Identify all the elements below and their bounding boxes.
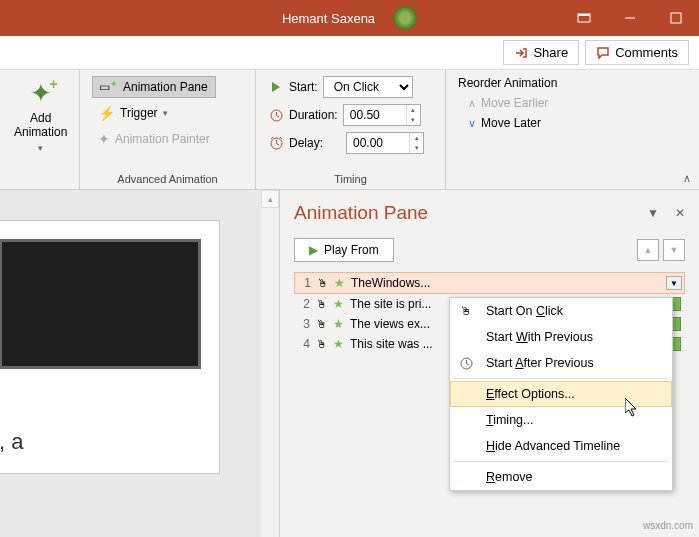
trigger-button[interactable]: ⚡ Trigger ▾ — [92, 102, 216, 124]
dropdown-arrow-icon: ▾ — [163, 108, 168, 118]
play-row: ▶ Play From ▲ ▼ — [280, 232, 699, 268]
context-start-with-previous[interactable]: Start With Previous — [450, 324, 672, 350]
add-animation-button[interactable]: ✦+ AddAnimation ▾ — [8, 74, 73, 187]
dropdown-arrow-icon: ▾ — [38, 143, 43, 153]
share-label: Share — [533, 45, 568, 60]
maximize-button[interactable] — [653, 0, 699, 36]
animation-painter-label: Animation Painter — [115, 132, 210, 146]
context-label: Hide Advanced Timeline — [486, 439, 620, 453]
context-label: Effect Options... — [486, 387, 575, 401]
mouse-icon: 🖱 — [317, 277, 328, 289]
titlebar-title: Hemant Saxena — [282, 11, 375, 26]
close-pane-button[interactable]: ✕ — [675, 206, 685, 220]
pane-icon: ▭✦ — [99, 80, 118, 94]
slide-scrollbar[interactable]: ▴ — [261, 190, 279, 537]
header-buttons: Share Comments — [0, 36, 699, 70]
context-hide-advanced-timeline[interactable]: Hide Advanced Timeline — [450, 433, 672, 459]
slide-area: ▴ , a — [0, 190, 279, 537]
watermark: wsxdn.com — [643, 520, 693, 531]
move-later-label: Move Later — [481, 116, 541, 130]
duration-input-wrap[interactable]: ▴▾ — [343, 104, 421, 126]
share-button[interactable]: Share — [503, 40, 579, 65]
mouse-icon: 🖱 — [316, 318, 327, 330]
pane-options-button[interactable]: ▼ — [647, 206, 659, 220]
slide-text: , a — [0, 429, 201, 455]
move-earlier-label: Move Earlier — [481, 96, 548, 110]
animation-pane-label: Animation Pane — [123, 80, 208, 94]
effect-star-icon: ★ — [333, 337, 344, 351]
start-label: Start: — [289, 80, 318, 94]
ribbon-group-timing: Start: On Click Duration: ▴▾ Delay: — [256, 70, 446, 189]
context-menu: 🖱 Start On Click Start With Previous Sta… — [449, 297, 673, 491]
lightning-icon: ⚡ — [98, 105, 115, 121]
slide-placeholder[interactable] — [0, 239, 201, 369]
clock-icon — [268, 107, 284, 123]
comments-button[interactable]: Comments — [585, 40, 689, 65]
titlebar: Hemant Saxena — [0, 0, 699, 36]
down-arrow-icon: ∨ — [468, 117, 476, 130]
mouse-icon: 🖱 — [458, 303, 474, 319]
animation-painter-button: ✦ Animation Painter — [92, 128, 216, 150]
minimize-button[interactable] — [607, 0, 653, 36]
effect-star-icon: ★ — [333, 317, 344, 331]
mouse-icon: 🖱 — [316, 298, 327, 310]
start-select[interactable]: On Click — [323, 76, 413, 98]
play-icon: ▶ — [309, 243, 318, 257]
animation-number: 2 — [298, 297, 310, 311]
move-earlier-button: ∧ Move Earlier — [458, 96, 557, 110]
divider — [454, 461, 668, 462]
move-up-button[interactable]: ▲ — [637, 239, 659, 261]
duration-input[interactable] — [344, 106, 406, 124]
animation-text: TheWindows... — [351, 276, 664, 290]
window-controls — [561, 0, 699, 36]
comments-label: Comments — [615, 45, 678, 60]
spinner-up[interactable]: ▴ — [409, 133, 423, 143]
ribbon: ✦+ AddAnimation ▾ ▭✦ Animation Pane ⚡ Tr… — [0, 70, 699, 190]
context-label: Start On Click — [486, 304, 563, 318]
animation-pane-header: Animation Pane ▼ ✕ — [280, 190, 699, 232]
star-icon: ✦+ — [30, 78, 52, 109]
context-label: Remove — [486, 470, 533, 484]
ribbon-group-add: ✦+ AddAnimation ▾ — [0, 70, 80, 189]
plus-icon: + — [50, 76, 58, 92]
animation-number: 1 — [299, 276, 311, 290]
comments-icon — [596, 46, 610, 60]
context-remove[interactable]: Remove — [450, 464, 672, 490]
scroll-up-button[interactable]: ▴ — [261, 190, 279, 208]
cursor-icon — [625, 398, 641, 422]
ribbon-group-reorder: Reorder Animation ∧ Move Earlier ∨ Move … — [446, 70, 699, 189]
delay-input-wrap[interactable]: ▴▾ — [346, 132, 424, 154]
spinner-up[interactable]: ▴ — [406, 105, 420, 115]
move-down-button[interactable]: ▼ — [663, 239, 685, 261]
divider — [454, 378, 668, 379]
painter-icon: ✦ — [98, 131, 110, 147]
spinner-down[interactable]: ▾ — [406, 115, 420, 125]
play-icon — [268, 79, 284, 95]
share-icon — [514, 46, 528, 60]
slide[interactable]: , a — [0, 220, 220, 474]
animation-pane-button[interactable]: ▭✦ Animation Pane — [92, 76, 216, 98]
animation-number: 3 — [298, 317, 310, 331]
spinner-down[interactable]: ▾ — [409, 143, 423, 153]
context-label: Start After Previous — [486, 356, 594, 370]
effect-star-icon: ★ — [334, 276, 345, 290]
play-from-label: Play From — [324, 243, 379, 257]
context-start-after-previous[interactable]: Start After Previous — [450, 350, 672, 376]
move-later-button[interactable]: ∨ Move Later — [458, 116, 557, 130]
context-label: Start With Previous — [486, 330, 593, 344]
animation-dropdown-button[interactable]: ▼ — [666, 276, 682, 290]
svg-rect-1 — [578, 14, 590, 16]
advanced-animation-group-label: Advanced Animation — [88, 171, 247, 187]
user-avatar[interactable] — [393, 6, 417, 30]
clock-icon — [458, 355, 474, 371]
animation-item[interactable]: 1 🖱 ★ TheWindows... ▼ — [294, 272, 685, 294]
play-from-button[interactable]: ▶ Play From — [294, 238, 394, 262]
collapse-ribbon-button[interactable]: ∧ — [683, 172, 691, 185]
duration-label: Duration: — [289, 108, 338, 122]
delay-input[interactable] — [347, 134, 409, 152]
animation-pane-title: Animation Pane — [294, 202, 428, 224]
context-start-on-click[interactable]: 🖱 Start On Click — [450, 298, 672, 324]
animation-number: 4 — [298, 337, 310, 351]
ribbon-display-options-button[interactable] — [561, 0, 607, 36]
add-animation-label: AddAnimation ▾ — [14, 111, 67, 154]
